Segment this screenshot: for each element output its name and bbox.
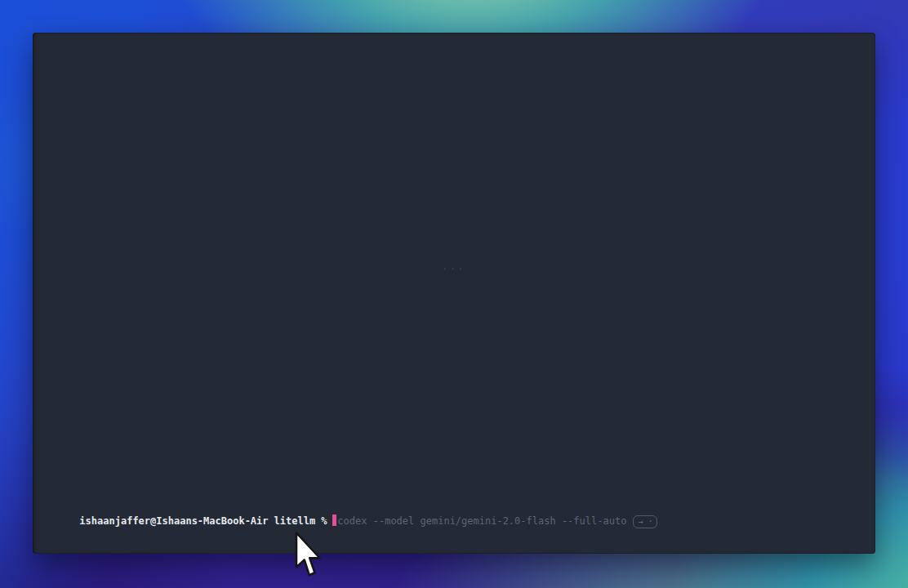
terminal-window[interactable]: ··· ishaanjaffer@Ishaans-MacBook-Airlite…: [33, 33, 875, 554]
prompt-symbol: %: [321, 515, 327, 527]
desktop-wallpaper: ··· ishaanjaffer@Ishaans-MacBook-Airlite…: [0, 0, 908, 588]
prompt-user-host: ishaanjaffer@Ishaans-MacBook-Air: [79, 515, 268, 527]
tab-hint-badge: → ·: [633, 515, 657, 528]
text-cursor-caret: [332, 514, 336, 526]
terminal-loading-ellipsis: ···: [33, 264, 875, 274]
autosuggestion-text: codex --model gemini/gemini-2.0-flash --…: [337, 515, 626, 527]
terminal-prompt-line[interactable]: ishaanjaffer@Ishaans-MacBook-Airlitellm%…: [44, 501, 864, 541]
prompt-directory: litellm: [274, 515, 316, 527]
